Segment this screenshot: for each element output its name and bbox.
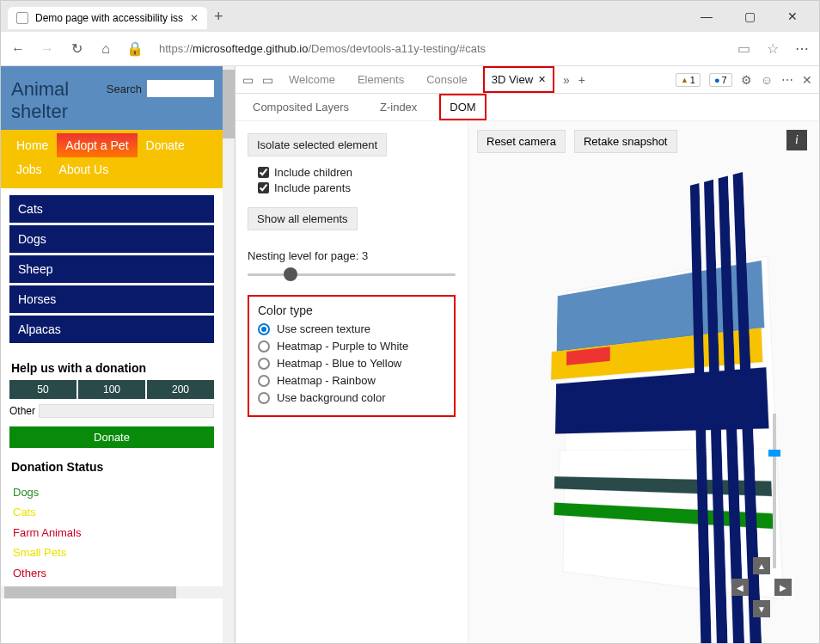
dom-panel: Isolate selected element Include childre… <box>236 121 468 643</box>
amount-button[interactable]: 200 <box>147 380 214 399</box>
status-item: Cats <box>13 502 211 522</box>
3d-viewport[interactable]: Reset camera Retake snapshot i <box>468 121 819 643</box>
v-scrollbar[interactable] <box>223 66 235 643</box>
back-button[interactable]: ← <box>9 41 27 57</box>
more-tabs-icon[interactable]: » <box>563 73 570 87</box>
main-nav: Home Adopt a Pet Donate Jobs About Us <box>1 130 223 188</box>
maximize-button[interactable]: ▢ <box>737 9 762 23</box>
retake-snapshot-button[interactable]: Retake snapshot <box>574 130 677 153</box>
checkbox[interactable] <box>258 182 269 193</box>
url-host: microsoftedge.github.io <box>193 42 308 55</box>
list-item[interactable]: Sheep <box>9 255 214 283</box>
zoom-slider[interactable] <box>773 414 776 568</box>
url-field[interactable]: https://microsoftedge.github.io/Demos/de… <box>156 39 723 58</box>
color-type-section: Color type Use screen texture Heatmap - … <box>248 295 456 417</box>
home-button[interactable]: ⌂ <box>97 41 114 57</box>
include-parents-checkbox[interactable]: Include parents <box>258 181 456 194</box>
viewport-buttons: Reset camera Retake snapshot <box>477 130 677 153</box>
more-icon[interactable]: ⋯ <box>793 40 811 57</box>
radio-label: Use screen texture <box>277 322 370 335</box>
subtab-composited[interactable]: Composited Layers <box>244 95 358 119</box>
tab-close-icon[interactable]: ✕ <box>190 12 199 24</box>
h-scrollbar[interactable] <box>1 586 223 598</box>
color-option[interactable]: Heatmap - Blue to Yellow <box>258 357 445 370</box>
add-tab-icon[interactable]: + <box>578 73 585 87</box>
minimize-button[interactable]: — <box>694 9 719 23</box>
close-window-button[interactable]: ✕ <box>780 9 805 23</box>
nav-home[interactable]: Home <box>8 133 57 157</box>
nav-adopt[interactable]: Adopt a Pet <box>57 133 137 157</box>
dpad-up[interactable]: ▲ <box>753 557 770 574</box>
status-item: Dogs <box>13 482 211 502</box>
status-item: Others <box>13 563 211 583</box>
list-item[interactable]: Horses <box>9 285 214 313</box>
favorite-icon[interactable]: ☆ <box>764 40 781 57</box>
nesting-slider[interactable] <box>248 267 456 283</box>
device-icon[interactable]: ▭ <box>262 73 273 87</box>
radio-icon <box>258 340 270 353</box>
devtools-body: Isolate selected element Include childre… <box>236 121 819 643</box>
show-all-button[interactable]: Show all elements <box>248 207 358 230</box>
inspect-icon[interactable]: ▭ <box>242 73 254 87</box>
list-item[interactable]: Alpacas <box>9 316 214 343</box>
status-item: Farm Animals <box>13 523 211 543</box>
tab-close-icon[interactable]: ✕ <box>538 74 546 85</box>
other-amount-input[interactable] <box>39 404 214 418</box>
devtools-toolbar: ▭ ▭ Welcome Elements Console 3D View ✕ »… <box>236 66 819 94</box>
messages-badge[interactable]: 7 <box>709 73 732 87</box>
nav-donate[interactable]: Donate <box>138 133 193 157</box>
nesting-label: Nesting level for page: 3 <box>248 249 456 262</box>
subtab-dom[interactable]: DOM <box>439 94 486 120</box>
dpad-right[interactable]: ▶ <box>774 579 792 596</box>
color-option[interactable]: Heatmap - Purple to White <box>258 340 445 353</box>
dpad-down[interactable]: ▼ <box>753 600 770 617</box>
forward-button[interactable]: → <box>39 41 56 57</box>
status-item: Small Pets <box>13 543 211 562</box>
hero: Animal shelter Search <box>1 66 223 130</box>
status-list: Dogs Cats Farm Animals Small Pets Others <box>1 479 223 586</box>
list-item[interactable]: Cats <box>9 195 214 223</box>
radio-icon <box>258 358 270 370</box>
url-scheme: https:// <box>159 42 193 55</box>
feedback-icon[interactable]: ☺ <box>761 73 773 87</box>
tab-3d-view[interactable]: 3D View ✕ <box>483 66 554 93</box>
amount-button[interactable]: 50 <box>9 380 76 399</box>
window-controls: — ▢ ✕ <box>694 9 812 23</box>
tab-console[interactable]: Console <box>419 68 474 91</box>
address-bar: ← → ↻ ⌂ 🔒 https://microsoftedge.github.i… <box>1 32 819 66</box>
subtab-zindex[interactable]: Z-index <box>371 95 425 119</box>
donate-button[interactable]: Donate <box>9 426 214 448</box>
devtools: ▭ ▭ Welcome Elements Console 3D View ✕ »… <box>235 66 819 643</box>
close-devtools-icon[interactable]: ✕ <box>802 73 812 87</box>
site-info-icon[interactable]: 🔒 <box>126 40 144 57</box>
list-item[interactable]: Dogs <box>9 225 214 253</box>
nav-jobs[interactable]: Jobs <box>8 157 51 181</box>
search-input[interactable] <box>147 80 214 97</box>
refresh-button[interactable]: ↻ <box>68 40 85 57</box>
reset-camera-button[interactable]: Reset camera <box>477 130 566 153</box>
info-icon[interactable]: i <box>786 130 807 150</box>
isolate-button[interactable]: Isolate selected element <box>248 133 387 156</box>
checkbox-label: Include parents <box>274 181 351 194</box>
donation-heading: Help us with a donation <box>1 353 223 380</box>
radio-icon <box>258 392 270 404</box>
new-tab-button[interactable]: + <box>214 8 223 26</box>
color-option[interactable]: Use screen texture <box>258 322 445 335</box>
checkbox[interactable] <box>258 167 269 178</box>
tab-welcome[interactable]: Welcome <box>282 68 342 91</box>
settings-icon[interactable]: ⚙ <box>741 73 752 87</box>
tab-elements[interactable]: Elements <box>351 68 411 91</box>
color-option[interactable]: Use background color <box>258 391 445 404</box>
dpad-left[interactable]: ◀ <box>731 579 749 596</box>
reader-icon[interactable]: ▭ <box>735 40 752 57</box>
nav-about[interactable]: About Us <box>51 157 118 181</box>
browser-tab[interactable]: Demo page with accessibility iss ✕ <box>8 7 207 29</box>
kebab-icon[interactable]: ⋯ <box>781 73 793 87</box>
dpad: ▲ ▼ ◀ ▶ <box>731 557 792 617</box>
radio-label: Heatmap - Rainbow <box>277 374 376 387</box>
amount-button[interactable]: 100 <box>78 380 145 399</box>
include-children-checkbox[interactable]: Include children <box>258 166 456 179</box>
issues-badge[interactable]: 1 <box>676 73 701 87</box>
color-option[interactable]: Heatmap - Rainbow <box>258 374 445 387</box>
content-area: Animal shelter Search Home Adopt a Pet D… <box>1 66 819 643</box>
